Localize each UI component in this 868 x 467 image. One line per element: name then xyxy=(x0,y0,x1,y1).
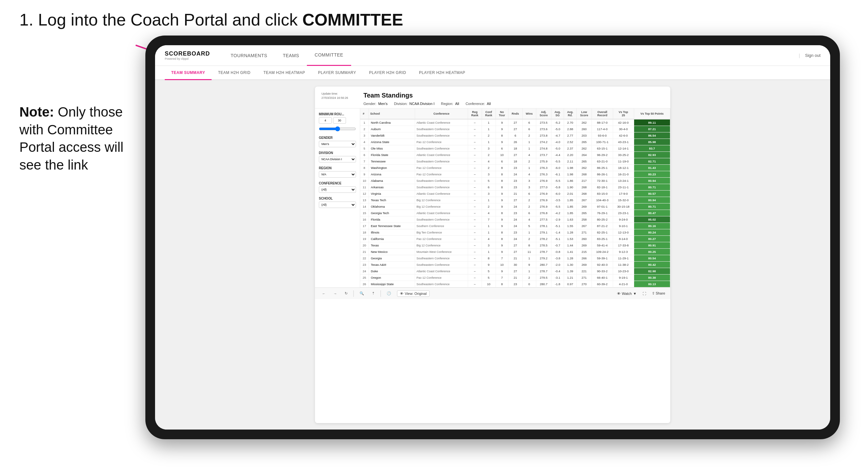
toolbar-share-btn[interactable]: ⇡ xyxy=(370,290,377,297)
min-rounds-min[interactable] xyxy=(319,117,332,124)
cell-rank: 9 xyxy=(360,171,369,178)
school-select[interactable]: (All) xyxy=(319,201,356,208)
toolbar-separator-1 xyxy=(353,290,354,297)
cell-vs-top25: 10-23-0 xyxy=(613,268,634,275)
cell-conf-rank: 5 xyxy=(482,178,496,184)
toolbar-back[interactable]: ← xyxy=(320,291,328,297)
subnav-item-player-h2h-grid[interactable]: PLAYER H2H GRID xyxy=(363,66,412,80)
view-original-btn[interactable]: 👁 View: Original xyxy=(397,290,430,297)
toolbar-reload[interactable]: ↻ xyxy=(343,290,349,297)
subnav-item-player-summary[interactable]: PLAYER SUMMARY xyxy=(312,66,363,80)
conference-select[interactable]: (All) xyxy=(319,186,356,193)
subnav-item-team-summary[interactable]: TEAM SUMMARY xyxy=(165,66,212,80)
cell-reg-rank: – xyxy=(468,210,482,216)
cell-rank: 13 xyxy=(360,197,369,204)
instruction-text-bold: COMMITTEE xyxy=(302,10,403,29)
subnav-item-player-h2h-heatmap[interactable]: PLAYER H2H HEATMAP xyxy=(412,66,472,80)
cell-wins: 1 xyxy=(522,145,536,152)
cell-no-tour: 8 xyxy=(496,178,508,184)
cell-wins: 2 xyxy=(522,204,536,210)
cell-rnds: 21 xyxy=(508,191,522,197)
cell-adj-score: 279.2 xyxy=(536,255,551,261)
cell-no-tour: 9 xyxy=(496,249,508,255)
sign-out-link[interactable]: Sign out xyxy=(805,53,820,58)
toolbar-zoom-out[interactable]: 🔍 xyxy=(358,290,366,297)
cell-reg-rank: – xyxy=(468,119,482,126)
cell-no-tour: 8 xyxy=(496,165,508,171)
cell-wins: 2 xyxy=(522,158,536,165)
table-row: 24 Duke Atlantic Coast Conference – 5 9 … xyxy=(360,268,670,275)
cell-reg-rank: – xyxy=(468,165,482,171)
cell-conf-rank: 7 xyxy=(482,216,496,223)
cell-reg-rank: – xyxy=(468,223,482,229)
table-row: 9 Arizona Pac-12 Conference – 3 8 24 4 2… xyxy=(360,171,670,178)
nav-item-tournaments[interactable]: TOURNAMENTS xyxy=(223,45,275,66)
cell-adj-score: 275.9 xyxy=(536,158,551,165)
cell-conf-rank: 5 xyxy=(482,275,496,281)
cell-avg-rd: 1.30 xyxy=(564,261,577,268)
watch-btn[interactable]: 👁 Watch ▼ xyxy=(617,292,637,295)
col-avg-sg: Avg.SG xyxy=(551,108,564,119)
cell-no-tour: 9 xyxy=(496,191,508,197)
table-row: 15 Georgia Tech Atlantic Coast Conferenc… xyxy=(360,210,670,216)
cell-points: 80.25 xyxy=(634,249,670,255)
cell-adj-score: 278.7 xyxy=(536,268,551,275)
nav-item-committee[interactable]: COMMITTEE xyxy=(307,45,351,66)
cell-school: Georgia xyxy=(369,255,415,261)
cell-low-score: 268 xyxy=(577,191,592,197)
cell-conference: Southeastern Conference xyxy=(415,216,468,223)
cell-conference: Big Ten Conference xyxy=(415,229,468,236)
cell-points: 80.27 xyxy=(634,236,670,242)
cell-overall: 66-40-1 xyxy=(592,275,613,281)
cell-adj-score: 276.3 xyxy=(536,171,551,178)
cell-conf-rank: 8 xyxy=(482,255,496,261)
region-select[interactable]: N/A All xyxy=(319,171,356,178)
cell-rank: 2 xyxy=(360,126,369,132)
cell-rnds: 6 xyxy=(508,132,522,139)
instruction-text-normal: Log into the Coach Portal and click xyxy=(38,10,302,29)
toolbar-forward[interactable]: → xyxy=(332,291,339,297)
cell-rank: 17 xyxy=(360,223,369,229)
cell-wins: 6 xyxy=(522,191,536,197)
cell-rnds: 18 xyxy=(508,145,522,152)
cell-vs-top25: 13-24-1 xyxy=(613,178,634,184)
cell-rank: 8 xyxy=(360,165,369,171)
view-original-label: View: Original xyxy=(405,292,427,295)
conference-value: All xyxy=(487,102,491,105)
subnav-item-team-h2h-grid[interactable]: TEAM H2H GRID xyxy=(212,66,257,80)
cell-points: 80.91 xyxy=(634,242,670,249)
cell-avg-rd: 2.01 xyxy=(564,191,577,197)
cell-school: Arizona State xyxy=(369,139,415,145)
nav-item-teams[interactable]: TEAMS xyxy=(275,45,307,66)
cell-school: Oregon xyxy=(369,275,415,281)
gender-select[interactable]: Men's Women's xyxy=(319,141,356,147)
cell-overall: 97-01-1 xyxy=(592,204,613,210)
cell-wins: 3 xyxy=(522,184,536,191)
cell-no-tour: 8 xyxy=(496,229,508,236)
cell-conference: Big 12 Conference xyxy=(415,242,468,249)
cell-conference: Big 12 Conference xyxy=(415,197,468,204)
subnav-item-team-h2h-heatmap[interactable]: TEAM H2H HEATMAP xyxy=(257,66,311,80)
cell-low-score: 269 xyxy=(577,261,592,268)
toolbar-expand[interactable]: ⛶ xyxy=(641,291,648,297)
cell-conference: Southern Conference xyxy=(415,223,468,229)
cell-rnds: 23 xyxy=(508,165,522,171)
cell-no-tour: 6 xyxy=(496,158,508,165)
min-rounds-slider[interactable] xyxy=(319,126,356,131)
division-select[interactable]: NCAA Division I NCAA Division II NCAA Di… xyxy=(319,156,356,162)
cell-school: Texas A&M xyxy=(369,261,415,268)
division-filter-label: Division xyxy=(319,151,356,155)
cell-adj-score: 276.8 xyxy=(536,210,551,216)
cell-vs-top25: 30-15-18 xyxy=(613,204,634,210)
cell-low-score: 203 xyxy=(577,132,592,139)
toolbar-clock[interactable]: 🕐 xyxy=(385,290,393,297)
min-rounds-max[interactable] xyxy=(333,117,346,124)
cell-low-score: 262 xyxy=(577,119,592,126)
cell-rnds: 23 xyxy=(508,229,522,236)
cell-school: Oklahoma xyxy=(369,204,415,210)
cell-conference: Atlantic Coast Conference xyxy=(415,152,468,158)
cell-points: 85.98 xyxy=(634,139,670,145)
cell-low-score: 268 xyxy=(577,184,592,191)
share-btn[interactable]: ⇧ Share xyxy=(652,291,665,295)
col-reg-rank: RegRank xyxy=(468,108,482,119)
